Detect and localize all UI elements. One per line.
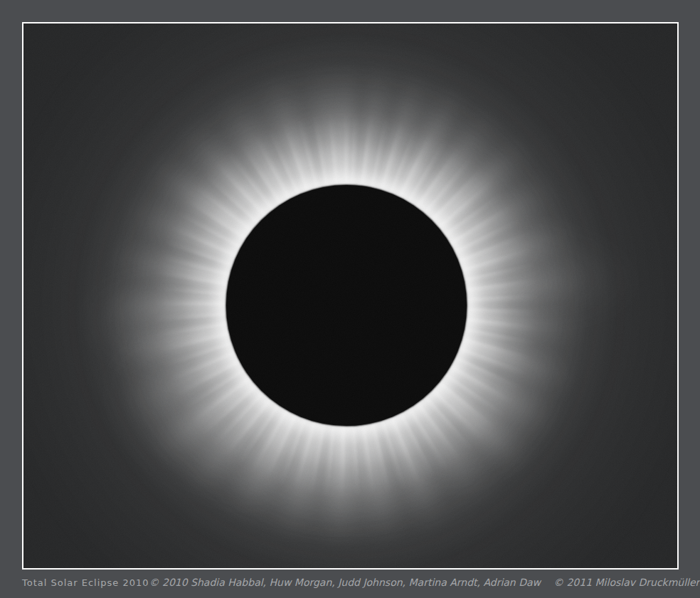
night-sky-background <box>23 23 677 568</box>
eclipse-photo <box>22 22 679 570</box>
copyright-observers: © 2010 Shadia Habbal, Huw Morgan, Judd J… <box>149 577 541 588</box>
copyright-processing: © 2011 Miloslav Druckmüller <box>553 577 699 588</box>
photo-credits: © 2010 Shadia Habbal, Huw Morgan, Judd J… <box>149 577 700 588</box>
moon-silhouette <box>226 185 467 426</box>
caption-bar: Total Solar Eclipse 2010 © 2010 Shadia H… <box>22 574 679 591</box>
photo-title: Total Solar Eclipse 2010 <box>22 577 149 588</box>
eclipse-page: Total Solar Eclipse 2010 © 2010 Shadia H… <box>0 0 700 598</box>
